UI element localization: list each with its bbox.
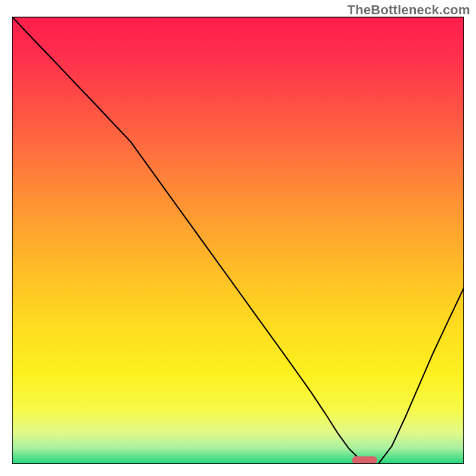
- chart-container: TheBottleneck.com: [0, 0, 476, 476]
- watermark-text: TheBottleneck.com: [347, 2, 470, 18]
- optimal-marker: [352, 456, 377, 464]
- plot-area: [12, 17, 464, 464]
- gradient-background: [12, 17, 464, 464]
- bottleneck-chart: [0, 0, 476, 476]
